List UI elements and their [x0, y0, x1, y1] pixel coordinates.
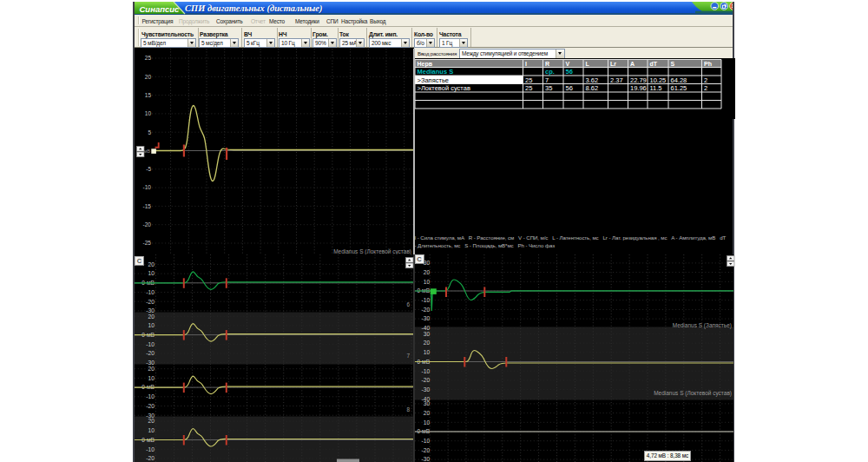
svg-text:10: 10: [423, 349, 430, 355]
svg-text:S: S: [670, 60, 674, 66]
svg-text:20: 20: [148, 314, 155, 320]
svg-text:15: 15: [145, 92, 152, 98]
svg-text:61.25: 61.25: [670, 84, 687, 92]
svg-text:R: R: [545, 60, 549, 66]
svg-text:5: 5: [148, 129, 151, 135]
svg-text:10: 10: [148, 427, 155, 433]
svg-text:20: 20: [423, 269, 430, 275]
svg-text:20: 20: [423, 340, 430, 346]
svg-text:-20: -20: [146, 350, 155, 356]
svg-text:3.62: 3.62: [585, 76, 598, 83]
svg-text:2.37: 2.37: [610, 76, 623, 83]
svg-text:-10: -10: [421, 438, 430, 444]
svg-text:Ph: Ph: [704, 60, 712, 66]
svg-text:Lr: Lr: [610, 60, 616, 66]
svg-text:20: 20: [423, 410, 430, 416]
svg-text:-20: -20: [146, 403, 155, 409]
svg-text:dT: dT: [649, 60, 657, 66]
svg-text:56: 56: [565, 84, 572, 92]
svg-text:20: 20: [148, 366, 155, 372]
svg-text:-5: -5: [146, 166, 151, 172]
svg-text:30: 30: [423, 400, 430, 406]
svg-text:-20: -20: [146, 299, 155, 305]
svg-text:2: 2: [704, 76, 707, 83]
svg-text:7: 7: [545, 76, 549, 83]
svg-text:Medianus S (Запястье): Medianus S (Запястье): [672, 322, 731, 329]
svg-text:ср.: ср.: [545, 68, 555, 76]
svg-text:Medianus S (Локтевой сустав): Medianus S (Локтевой сустав): [333, 248, 411, 254]
svg-text:L: L: [585, 60, 589, 66]
svg-text:I: I: [525, 60, 527, 66]
svg-text:10: 10: [148, 375, 155, 381]
svg-text:25: 25: [525, 76, 532, 83]
svg-text:-30: -30: [421, 456, 430, 462]
svg-text:6: 6: [406, 301, 410, 307]
svg-text:10: 10: [423, 279, 430, 285]
svg-text:8: 8: [406, 406, 410, 412]
svg-text:10: 10: [148, 322, 155, 328]
svg-text:11.5: 11.5: [649, 84, 661, 92]
svg-text:35: 35: [545, 84, 552, 92]
svg-text:>Запястье: >Запястье: [417, 76, 448, 83]
svg-text:2: 2: [704, 84, 707, 92]
svg-text:-10: -10: [421, 297, 430, 303]
svg-text:25: 25: [145, 55, 152, 61]
svg-text:56: 56: [565, 68, 572, 76]
svg-text:20: 20: [145, 74, 152, 80]
svg-text:19.96: 19.96: [630, 84, 647, 92]
svg-text:20: 20: [148, 418, 155, 424]
svg-text:64.28: 64.28: [670, 76, 687, 83]
svg-text:-10: -10: [146, 446, 155, 452]
svg-text:A: A: [630, 60, 635, 66]
svg-text:Синапсис: Синапсис: [140, 4, 181, 14]
svg-text:V: V: [565, 60, 569, 66]
svg-text:10: 10: [148, 270, 155, 276]
svg-text:-15: -15: [143, 203, 152, 209]
svg-text:-20: -20: [146, 455, 155, 461]
svg-text:-30: -30: [421, 315, 430, 321]
svg-text:Medianus S: Medianus S: [417, 68, 453, 76]
svg-text:-30: -30: [421, 386, 430, 393]
svg-text:10: 10: [145, 110, 152, 116]
svg-text:10.25: 10.25: [649, 76, 666, 83]
svg-text:-10: -10: [146, 341, 155, 347]
svg-text:25: 25: [525, 84, 532, 92]
svg-text:>Локтевой сустав: >Локтевой сустав: [417, 84, 470, 92]
svg-text:8.62: 8.62: [585, 84, 598, 92]
svg-text:22.79: 22.79: [630, 76, 647, 83]
svg-text:-30: -30: [146, 360, 155, 366]
svg-text:-10: -10: [146, 393, 155, 399]
svg-text:-20: -20: [421, 447, 430, 453]
svg-text:Medianus S (Локтевой сустав): Medianus S (Локтевой сустав): [654, 390, 732, 397]
svg-text:Нерв: Нерв: [417, 60, 432, 67]
svg-text:20: 20: [148, 261, 155, 267]
svg-text:7: 7: [406, 353, 410, 359]
svg-text:-10: -10: [143, 184, 152, 190]
svg-text:-25: -25: [143, 240, 152, 246]
svg-text:30: 30: [423, 331, 430, 337]
svg-text:-10: -10: [421, 368, 430, 374]
svg-text:-20: -20: [421, 377, 430, 383]
svg-text:10: 10: [423, 419, 430, 426]
svg-text:-20: -20: [421, 307, 430, 313]
svg-text:-10: -10: [146, 289, 155, 295]
svg-text:-20: -20: [143, 221, 152, 228]
